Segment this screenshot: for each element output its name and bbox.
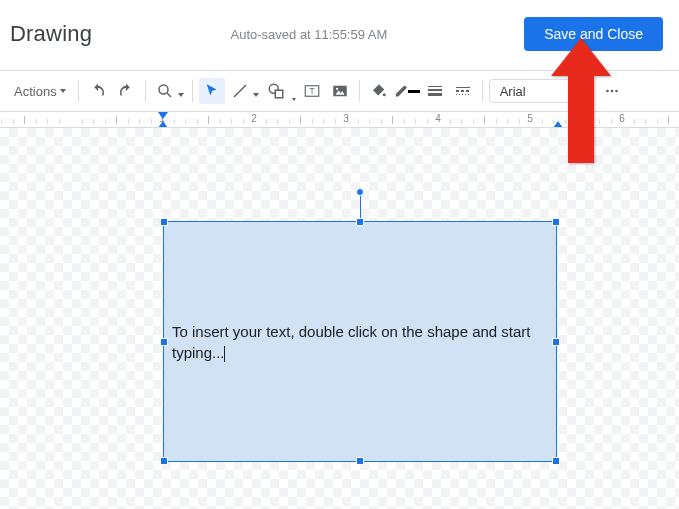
svg-point-12 bbox=[610, 90, 613, 93]
fill-color-button[interactable] bbox=[366, 78, 392, 104]
shape-tool[interactable] bbox=[263, 78, 297, 104]
text-cursor bbox=[224, 346, 225, 362]
separator bbox=[359, 80, 360, 102]
caret-down-icon bbox=[178, 93, 184, 97]
save-and-close-button[interactable]: Save and Close bbox=[524, 17, 663, 51]
caret-down-icon bbox=[572, 89, 578, 93]
svg-line-2 bbox=[234, 85, 246, 97]
caret-down-icon bbox=[60, 89, 66, 93]
indent-right-marker[interactable] bbox=[558, 121, 563, 128]
actions-menu[interactable]: Actions bbox=[8, 80, 72, 103]
select-tool[interactable] bbox=[199, 78, 225, 104]
svg-point-11 bbox=[606, 90, 609, 93]
svg-rect-4 bbox=[275, 90, 283, 98]
line-weight-icon bbox=[428, 86, 442, 96]
more-icon bbox=[603, 82, 621, 100]
pencil-icon bbox=[394, 82, 409, 100]
separator bbox=[591, 80, 592, 102]
undo-icon bbox=[89, 82, 107, 100]
drawing-canvas[interactable]: To insert your text, double click on the… bbox=[0, 128, 679, 509]
cursor-icon bbox=[203, 82, 221, 100]
textbox-tool[interactable]: T bbox=[299, 78, 325, 104]
redo-icon bbox=[117, 82, 135, 100]
line-icon bbox=[231, 82, 249, 100]
textbox-icon: T bbox=[303, 82, 321, 100]
svg-text:T: T bbox=[309, 87, 314, 96]
dialog-title: Drawing bbox=[10, 21, 92, 47]
separator bbox=[192, 80, 193, 102]
zoom-menu[interactable] bbox=[152, 78, 186, 104]
zoom-icon bbox=[156, 82, 174, 100]
fill-icon bbox=[370, 82, 388, 100]
ruler-number: 2 bbox=[251, 113, 257, 124]
ruler-number: 4 bbox=[435, 113, 441, 124]
line-dash-button[interactable] bbox=[450, 78, 476, 104]
svg-point-10 bbox=[382, 93, 385, 96]
line-dash-icon bbox=[456, 87, 470, 96]
shape-icon bbox=[267, 82, 285, 100]
undo-button[interactable] bbox=[85, 78, 111, 104]
color-bar bbox=[408, 90, 419, 93]
indent-left-marker[interactable] bbox=[163, 112, 168, 128]
shape-text-content[interactable]: To insert your text, double click on the… bbox=[172, 321, 548, 363]
line-tool[interactable] bbox=[227, 78, 261, 104]
autosave-status: Auto-saved at 11:55:59 AM bbox=[161, 27, 388, 42]
caret-down-icon bbox=[292, 98, 296, 101]
text-shape[interactable]: To insert your text, double click on the… bbox=[163, 221, 557, 462]
svg-line-1 bbox=[167, 93, 171, 97]
ruler[interactable]: 1123456 bbox=[0, 112, 679, 128]
redo-button[interactable] bbox=[113, 78, 139, 104]
font-selector[interactable]: Arial bbox=[489, 79, 585, 103]
image-tool[interactable] bbox=[327, 78, 353, 104]
rotate-line bbox=[360, 192, 361, 218]
svg-point-13 bbox=[615, 90, 618, 93]
line-color-button[interactable] bbox=[394, 78, 420, 104]
caret-down-icon bbox=[253, 93, 259, 97]
font-name: Arial bbox=[500, 84, 526, 99]
separator bbox=[145, 80, 146, 102]
ruler-number: 5 bbox=[527, 113, 533, 124]
more-options-button[interactable] bbox=[598, 78, 626, 104]
rotate-handle[interactable] bbox=[356, 188, 364, 196]
line-weight-button[interactable] bbox=[422, 78, 448, 104]
svg-point-9 bbox=[336, 88, 338, 90]
ruler-number: 3 bbox=[343, 113, 349, 124]
separator bbox=[78, 80, 79, 102]
actions-label: Actions bbox=[14, 84, 57, 99]
dialog-header: Drawing Auto-saved at 11:55:59 AM Save a… bbox=[0, 0, 679, 56]
ruler-number: 6 bbox=[619, 113, 625, 124]
separator bbox=[482, 80, 483, 102]
image-icon bbox=[331, 82, 349, 100]
shape-text: To insert your text, double click on the… bbox=[172, 323, 531, 361]
toolbar: Actions T bbox=[0, 71, 679, 111]
svg-point-0 bbox=[159, 85, 168, 94]
